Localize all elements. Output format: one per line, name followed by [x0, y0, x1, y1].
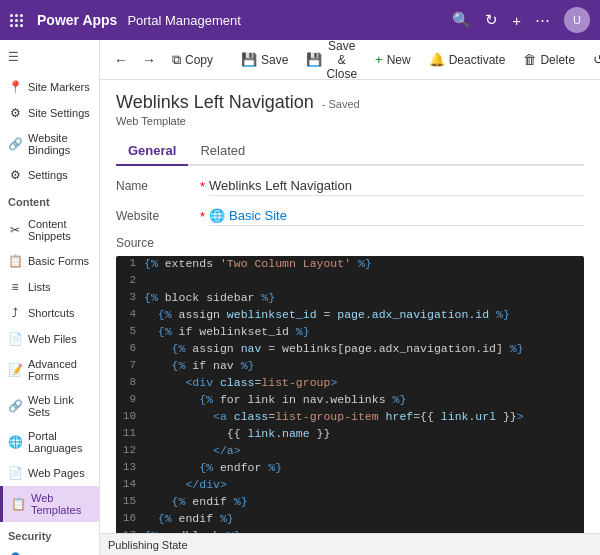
file-icon: 📄: [8, 332, 22, 346]
back-button[interactable]: ←: [108, 48, 134, 72]
sidebar-item-label: Web Link Sets: [28, 394, 91, 418]
link-icon: 🔗: [8, 399, 22, 413]
sidebar-item-label: Settings: [28, 169, 68, 181]
top-bar: Power Apps Portal Management 🔍 ↻ + ⋯ U: [0, 0, 600, 40]
code-line-14: 14 </div>: [116, 477, 584, 494]
sidebar-item-web-files[interactable]: 📄 Web Files: [0, 326, 99, 352]
code-line-3: 3 {% block sidebar %}: [116, 290, 584, 307]
marker-icon: 📍: [8, 80, 22, 94]
code-line-8: 8 <div class=list-group>: [116, 375, 584, 392]
code-line-10: 10 <a class=list-group-item href={{ link…: [116, 409, 584, 426]
name-label: Name: [116, 179, 196, 193]
name-value[interactable]: Weblinks Left Navigation: [209, 176, 584, 196]
code-line-2: 2: [116, 273, 584, 290]
grid-icon[interactable]: [10, 14, 23, 27]
publishing-state-label: Publishing State: [108, 539, 188, 551]
save-button[interactable]: 💾 Save: [233, 48, 296, 71]
add-icon[interactable]: +: [512, 12, 521, 29]
sidebar-item-content-snippets[interactable]: ✂ Content Snippets: [0, 212, 99, 248]
code-line-16: 16 {% endif %}: [116, 511, 584, 528]
topbar-title: Portal Management: [127, 13, 442, 28]
saved-status: - Saved: [322, 98, 360, 110]
sidebar-item-shortcuts[interactable]: ⤴ Shortcuts: [0, 300, 99, 326]
save-close-icon: 💾: [306, 52, 322, 67]
copy-icon: ⧉: [172, 52, 181, 68]
code-line-12: 12 </a>: [116, 443, 584, 460]
code-line-13: 13 {% endfor %}: [116, 460, 584, 477]
code-line-7: 7 {% if nav %}: [116, 358, 584, 375]
new-button[interactable]: + New: [367, 48, 419, 71]
save-close-button[interactable]: 💾 Save & Close: [298, 40, 365, 85]
page-subtitle: Web Template: [116, 115, 584, 127]
save-icon: 💾: [241, 52, 257, 67]
sidebar-item-portal-languages[interactable]: 🌐 Portal Languages: [0, 424, 99, 460]
required-marker: *: [200, 209, 205, 224]
sidebar-item-label: Basic Forms: [28, 255, 89, 267]
sidebar-item-web-link-sets[interactable]: 🔗 Web Link Sets: [0, 388, 99, 424]
source-label: Source: [116, 236, 584, 250]
page-title: Weblinks Left Navigation: [116, 92, 314, 113]
forms-icon: 📋: [8, 254, 22, 268]
code-line-9: 9 {% for link in nav.weblinks %}: [116, 392, 584, 409]
deactivate-button[interactable]: 🔔 Deactivate: [421, 48, 514, 71]
lang-icon: 🌐: [8, 435, 22, 449]
forward-button[interactable]: →: [136, 48, 162, 72]
tabs: General Related: [116, 137, 584, 166]
refresh-icon[interactable]: ↻: [485, 11, 498, 29]
tab-related[interactable]: Related: [188, 137, 257, 166]
delete-button[interactable]: 🗑 Delete: [515, 48, 583, 71]
page-content: Weblinks Left Navigation - Saved Web Tem…: [100, 80, 600, 533]
refresh-button[interactable]: ↺ Refresh: [585, 48, 600, 71]
avatar[interactable]: U: [564, 7, 590, 33]
sidebar-section-header-security: Security: [0, 522, 99, 546]
website-row: Website * 🌐 Basic Site: [116, 206, 584, 226]
sidebar-item-label: Web Files: [28, 333, 77, 345]
sidebar-item[interactable]: 🔗 Website Bindings: [0, 126, 99, 162]
snippets-icon: ✂: [8, 223, 22, 237]
sidebar-toggle[interactable]: ☰: [0, 40, 99, 74]
sidebar-item-web-templates[interactable]: 📋 Web Templates: [0, 486, 99, 522]
code-line-15: 15 {% endif %}: [116, 494, 584, 511]
command-bar: ← → ⧉ Copy 💾 Save 💾 Save & Close + New 🔔: [100, 40, 600, 80]
website-link[interactable]: Basic Site: [229, 208, 287, 223]
sidebar-item-basic-forms[interactable]: 📋 Basic Forms: [0, 248, 99, 274]
deactivate-icon: 🔔: [429, 52, 445, 67]
code-line-1: 1 {% extends 'Two Column Layout' %}: [116, 256, 584, 273]
sidebar-section-header-content: Content: [0, 188, 99, 212]
sidebar-item-lists[interactable]: ≡ Lists: [0, 274, 99, 300]
gear-icon: ⚙: [8, 168, 22, 182]
website-value[interactable]: 🌐 Basic Site: [209, 206, 584, 226]
sidebar-item[interactable]: ⚙ Site Settings: [0, 100, 99, 126]
list-icon: ≡: [8, 280, 22, 294]
sidebar-item-label: Website Bindings: [28, 132, 91, 156]
sidebar-item-label: Shortcuts: [28, 307, 74, 319]
sidebar: ☰ 📍 Site Markers ⚙ Site Settings 🔗 Websi…: [0, 40, 100, 555]
sidebar-item[interactable]: ⚙ Settings: [0, 162, 99, 188]
sidebar-item-label: Content Snippets: [28, 218, 91, 242]
shortcut-icon: ⤴: [8, 306, 22, 320]
topbar-icons: 🔍 ↻ + ⋯ U: [452, 7, 590, 33]
name-row: Name * Weblinks Left Navigation: [116, 176, 584, 196]
sidebar-item-label: Lists: [28, 281, 51, 293]
sidebar-item-label: Advanced Forms: [28, 358, 91, 382]
sidebar-item[interactable]: 📍 Site Markers: [0, 74, 99, 100]
code-editor[interactable]: 1 {% extends 'Two Column Layout' %} 2 3 …: [116, 256, 584, 533]
tab-general[interactable]: General: [116, 137, 188, 166]
app-name: Power Apps: [37, 12, 117, 28]
sidebar-item-web-pages[interactable]: 📄 Web Pages: [0, 460, 99, 486]
pages-icon: 📄: [8, 466, 22, 480]
settings-icon: ⚙: [8, 106, 22, 120]
delete-icon: 🗑: [523, 52, 536, 67]
bindings-icon: 🔗: [8, 137, 22, 151]
sidebar-item-advanced-forms[interactable]: 📝 Advanced Forms: [0, 352, 99, 388]
search-icon[interactable]: 🔍: [452, 11, 471, 29]
sidebar-item-label: Portal Languages: [28, 430, 91, 454]
more-icon[interactable]: ⋯: [535, 11, 550, 29]
sidebar-item-label: Site Markers: [28, 81, 90, 93]
copy-button[interactable]: ⧉ Copy: [164, 48, 221, 72]
code-line-6: 6 {% assign nav = weblinks[page.adx_navi…: [116, 341, 584, 358]
website-label: Website: [116, 209, 196, 223]
sidebar-item-label: Site Settings: [28, 107, 90, 119]
code-line-5: 5 {% if weblinkset_id %}: [116, 324, 584, 341]
sidebar-item-contacts[interactable]: 👤 Contacts: [0, 546, 99, 555]
